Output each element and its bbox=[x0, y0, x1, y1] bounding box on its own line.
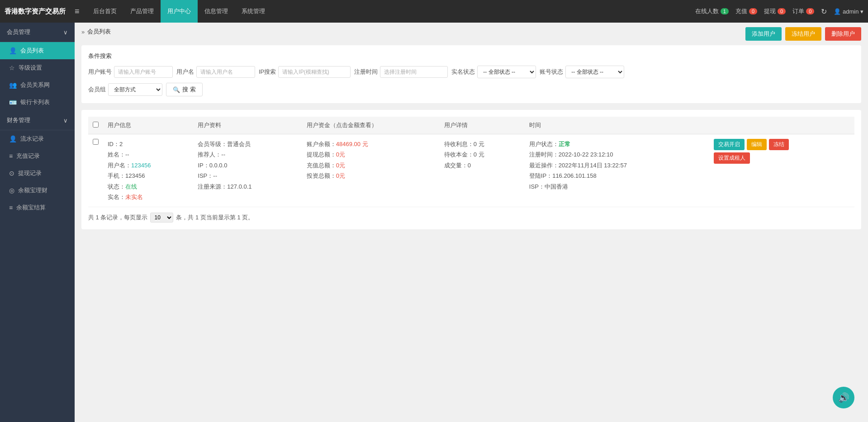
username-field: 用户名 bbox=[176, 66, 255, 78]
time-cell: 用户状态：正常 注册时间：2022-10-22 23:12:10 最近操作：20… bbox=[529, 139, 705, 192]
account-status-select[interactable]: -- 全部状态 -- bbox=[565, 66, 624, 78]
top-nav: 香港数字资产交易所 ≡ 后台首页 产品管理 用户中心 信息管理 系统管理 在线人… bbox=[0, 0, 868, 23]
member-group-select[interactable]: 全部方式 bbox=[108, 83, 162, 96]
per-page-select[interactable]: 102050100 bbox=[150, 213, 173, 223]
user-info-cell: ID：2 姓名：-- 用户名：123456 手机：123456 状态：在线 实名… bbox=[108, 139, 189, 202]
withdraw-icon: ⊙ bbox=[9, 170, 14, 177]
user-details-cell: 待收利息：0 元 待收本金：0 元 成交量：0 bbox=[444, 139, 520, 171]
sidebar-item-flow-records[interactable]: 👤 流水记录 bbox=[0, 130, 75, 147]
app-logo: 香港数字资产交易所 bbox=[5, 7, 66, 16]
sidebar-member-management-header[interactable]: 会员管理 ∨ bbox=[0, 23, 75, 42]
refresh-icon[interactable]: ↻ bbox=[821, 7, 827, 16]
sidebar: 会员管理 ∨ 👤 会员列表 ☆ 等级设置 👥 会员关系网 🪪 银行卡列表 财务管… bbox=[0, 23, 75, 422]
col-user-profile: 用户资料 bbox=[193, 117, 302, 134]
yuebao-icon: ◎ bbox=[9, 187, 14, 194]
recharge-stat: 充值 0 bbox=[735, 7, 757, 15]
nav-item-info[interactable]: 信息管理 bbox=[198, 0, 235, 23]
sidebar-item-member-network[interactable]: 👥 会员关系网 bbox=[0, 76, 75, 94]
real-status-select[interactable]: -- 全部状态 -- bbox=[477, 66, 536, 78]
select-all-checkbox[interactable] bbox=[93, 122, 99, 128]
main-content: » 会员列表 添加用户 冻结用户 删除用户 条件搜索 用户账号 用户名 bbox=[75, 23, 868, 422]
sidebar-item-recharge-records[interactable]: ≡ 充值记录 bbox=[0, 147, 75, 165]
ip-field: IP搜索 bbox=[259, 66, 351, 78]
sound-icon: 🔊 bbox=[838, 392, 849, 403]
flow-icon: 👤 bbox=[9, 135, 17, 142]
freeze-button[interactable]: 冻结 bbox=[769, 139, 789, 150]
reg-time-field: 注册时间 bbox=[354, 66, 448, 78]
account-status-field: 账号状态 -- 全部状态 -- bbox=[540, 66, 624, 78]
search-row-2: 会员组 全部方式 🔍 搜 索 bbox=[88, 83, 854, 96]
col-user-info: 用户信息 bbox=[103, 117, 193, 134]
account-field: 用户账号 bbox=[88, 66, 173, 78]
user-table: 用户信息 用户资料 用户资金（点击金额查看） 用户详情 时间 bbox=[88, 117, 854, 207]
online-count-stat: 在线人数 1 bbox=[695, 7, 729, 15]
search-panel: 条件搜索 用户账号 用户名 IP搜索 注册时间 bbox=[81, 45, 861, 103]
sidebar-item-yue-bao-settlement[interactable]: ≡ 余额宝结算 bbox=[0, 199, 75, 216]
pagination-info: 共 1 条记录，每页显示 102050100 条，共 1 页当前显示第 1 页。 bbox=[88, 213, 854, 223]
col-user-details: 用户详情 bbox=[440, 117, 525, 134]
admin-label[interactable]: 👤 admin ▾ bbox=[834, 8, 863, 15]
trade-open-button[interactable]: 交易开启 bbox=[714, 139, 745, 150]
real-status-field: 实名状态 -- 全部状态 -- bbox=[451, 66, 536, 78]
sidebar-item-level-settings[interactable]: ☆ 等级设置 bbox=[0, 59, 75, 76]
order-stat: 订单 0 bbox=[792, 7, 814, 15]
member-group-field: 会员组 全部方式 bbox=[88, 83, 162, 96]
recharge-icon: ≡ bbox=[9, 152, 13, 160]
col-user-assets: 用户资金（点击金额查看） bbox=[302, 117, 440, 134]
float-button[interactable]: 🔊 bbox=[833, 387, 854, 408]
row-actions: 交易开启 编辑 冻结 设置成租人 bbox=[714, 139, 850, 164]
account-input[interactable] bbox=[114, 66, 173, 78]
ip-input[interactable] bbox=[278, 66, 351, 78]
username-link[interactable]: 123456 bbox=[131, 162, 151, 169]
search-button[interactable]: 🔍 搜 索 bbox=[166, 83, 203, 96]
add-user-button[interactable]: 添加用户 bbox=[745, 27, 782, 41]
nav-item-system[interactable]: 系统管理 bbox=[235, 0, 272, 23]
col-actions bbox=[709, 117, 854, 134]
star-icon: ☆ bbox=[9, 64, 15, 71]
sidebar-finance-management-header[interactable]: 财务管理 ∨ bbox=[0, 111, 75, 130]
user-icon: 👤 bbox=[9, 47, 17, 54]
edit-button[interactable]: 编辑 bbox=[747, 139, 767, 150]
search-icon: 🔍 bbox=[173, 86, 180, 93]
top-nav-items: 后台首页 产品管理 用户中心 信息管理 系统管理 bbox=[86, 0, 695, 23]
menu-toggle-icon[interactable]: ≡ bbox=[75, 7, 80, 16]
table-panel: 用户信息 用户资料 用户资金（点击金额查看） 用户详情 时间 bbox=[81, 110, 861, 229]
row-checkbox[interactable] bbox=[93, 139, 99, 145]
settlement-icon: ≡ bbox=[9, 204, 13, 211]
nav-item-users[interactable]: 用户中心 bbox=[161, 0, 198, 23]
top-nav-right: 在线人数 1 充值 0 提现 0 订单 0 ↻ 👤 admin ▾ bbox=[695, 7, 863, 16]
username-input[interactable] bbox=[196, 66, 255, 78]
set-agent-button[interactable]: 设置成租人 bbox=[714, 152, 750, 164]
withdraw-stat: 提现 0 bbox=[764, 7, 786, 15]
sidebar-item-member-list[interactable]: 👤 会员列表 bbox=[0, 42, 75, 59]
sidebar-item-bank-cards[interactable]: 🪪 银行卡列表 bbox=[0, 94, 75, 111]
col-time: 时间 bbox=[525, 117, 709, 134]
card-icon: 🪪 bbox=[9, 99, 17, 106]
search-row-1: 用户账号 用户名 IP搜索 注册时间 实名状态 -- 全部状态 -- bbox=[88, 66, 854, 78]
search-title: 条件搜索 bbox=[88, 52, 854, 60]
sidebar-item-withdraw-records[interactable]: ⊙ 提现记录 bbox=[0, 165, 75, 182]
delete-user-button[interactable]: 删除用户 bbox=[825, 27, 861, 41]
table-row: ID：2 姓名：-- 用户名：123456 手机：123456 状态：在线 实名… bbox=[88, 134, 854, 207]
reg-time-input[interactable] bbox=[380, 66, 448, 78]
freeze-user-button[interactable]: 冻结用户 bbox=[785, 27, 821, 41]
users-icon: 👥 bbox=[9, 81, 17, 89]
header-actions: 添加用户 冻结用户 删除用户 bbox=[745, 27, 861, 41]
layout: 会员管理 ∨ 👤 会员列表 ☆ 等级设置 👥 会员关系网 🪪 银行卡列表 财务管… bbox=[0, 23, 868, 422]
user-assets-cell: 账户余额：48469.00 元 提现总额：0元 充值总额：0元 投资总额：0元 bbox=[307, 139, 435, 181]
nav-item-products[interactable]: 产品管理 bbox=[123, 0, 161, 23]
table-container: 用户信息 用户资料 用户资金（点击金额查看） 用户详情 时间 bbox=[88, 117, 854, 207]
nav-item-dashboard[interactable]: 后台首页 bbox=[86, 0, 123, 23]
user-profile-cell: 会员等级：普通会员 推荐人：-- IP：0.0.0.0 ISP：-- 注册来源：… bbox=[198, 139, 297, 192]
sidebar-item-yue-bao[interactable]: ◎ 余额宝理财 bbox=[0, 182, 75, 199]
breadcrumb: » 会员列表 bbox=[81, 28, 111, 36]
